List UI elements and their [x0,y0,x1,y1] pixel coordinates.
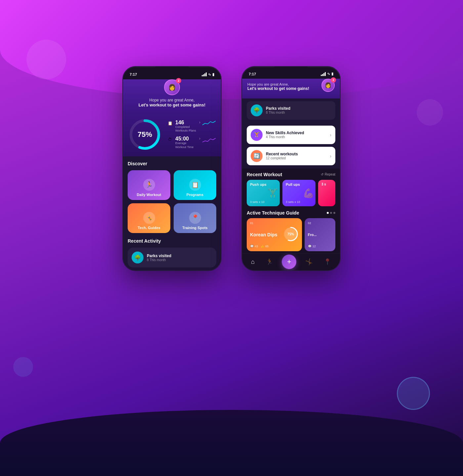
stat-workouts[interactable]: 📋 146 Completed Workouts Plans › [167,120,216,133]
extra-title: 3 s [321,182,332,186]
phone2-header: Hope you are great Anne, Let's workout t… [242,79,340,99]
recent-workouts-title: Recent workouts [266,152,326,156]
extra-card[interactable]: 3 s [318,180,335,206]
home-icon: ⌂ [251,258,255,265]
training-spots-icon: 📍 [189,212,201,224]
time-number: 45:00 [175,136,197,141]
technique-title: Active Technique Guide [247,210,299,216]
phone1-header: 👩 2 Hope you are great Anne, Let's worko… [123,79,221,113]
technique-section: Active Technique Guide 01 Korean Dips [242,208,340,253]
recent-workout-title: Recent Workout [247,172,282,177]
daily-workout-card[interactable]: 🏃 Daily Workout [128,170,170,200]
pullups-figure: 💪 [303,187,314,198]
dot-3 [333,212,335,214]
pushups-card[interactable]: Push ups 3 sets x 10 🏋️ [247,180,280,206]
stat-time[interactable]: ⏱ 45:00 Everage Workout Time › [167,136,216,149]
signal-icon-right [321,72,326,76]
add-icon: + [287,258,291,266]
bg-wave-bottom [0,410,463,476]
nav-stretch[interactable]: 🤸 [303,257,315,267]
greeting-text-left: Hope you are great Anne, [149,98,195,102]
secondary-comments: 💬 12 [308,245,332,248]
greeting-bold-left: Let's workout to get some gains! [139,102,205,107]
activity-card-parks[interactable]: 🌳 Parks visited 8 This month [128,248,216,267]
phone2-greeting-bold: Let's workout to get some gains! [247,86,321,91]
secondary-comment-icon: 💬 [308,245,312,248]
workout-cards: Push ups 3 sets x 10 🏋️ Pull ups 3 sets … [247,180,335,206]
pullups-title: Pull ups [286,182,312,186]
new-skills-info: New Skills Achieved 4 This month [266,131,326,139]
stat-arrow-1: › [199,120,200,125]
new-skills-card[interactable]: 🏋️ New Skills Achieved 4 This month › [247,126,335,144]
dot-1 [327,212,329,214]
training-spots-label: Training Spots [182,226,207,230]
repeat-icon: ↺ [321,173,323,176]
new-skills-icon: 🏋️ [251,129,263,141]
stat-arrow-2: › [199,136,200,141]
stat-chart-1 [202,120,216,127]
new-skills-sub: 4 This month [266,135,326,139]
pullups-card[interactable]: Pull ups 3 sets x 10 💪 [282,180,316,206]
battery-icon: ▮ [212,72,214,77]
phone-right: 7:17 ∿ ▮ Hope you are great Anne, Let's … [241,66,341,271]
technique-dots [327,212,335,214]
activity-info: Parks visited 8 This month [147,254,212,262]
progress-section: 75% Todays WorkoutCompleted 📋 146 Comple… [123,113,221,156]
recent-workout-section: Recent Workout ↺ Repeat Push ups 3 sets … [242,169,340,208]
workouts-number: 146 [175,120,197,125]
secondary-technique-card[interactable]: 02 Fro... 💬 12 [305,218,335,251]
daily-workout-label: Daily Workout [137,193,161,197]
recent-activity-title: Recent Activity [128,238,216,244]
workouts-desc: Completed Workouts Plans [175,125,197,133]
progress-text: 75% [138,130,152,139]
parks-title: Parks visited [147,254,212,258]
nav-fitness[interactable]: 🏃 [263,257,276,267]
repeat-button[interactable]: ↺ Repeat [321,173,335,176]
battery-icon-right: ▮ [331,72,333,76]
training-spots-card[interactable]: 📍 Training Spots [174,203,216,233]
daily-workout-icon: 🏃 [143,179,155,191]
discover-grid: 🏃 Daily Workout 📋 Programs 🤸 Tech. Guide… [128,170,216,233]
progress-percent: 75% [138,130,152,139]
nav-home[interactable]: ⌂ [248,257,257,267]
avatar-container-left: 👩 2 [164,79,180,95]
partial-parks-sub: 8 This month [266,111,331,114]
comment-count: 43 [255,245,258,248]
recent-workouts-card[interactable]: 🔄 Recent workouts 12 completed › [247,147,335,165]
recent-workout-header: Recent Workout ↺ Repeat [247,172,335,177]
nav-add-button[interactable]: + [282,255,296,269]
secondary-name: Fro... [308,233,332,237]
technique-cards: 01 Korean Dips 75% 💬 43 [247,218,335,251]
programs-icon: 📋 [189,179,201,191]
dot-2 [330,212,332,214]
pushups-sub: 3 sets x 10 [250,200,276,204]
tech-guides-label: Tech. Guides [138,226,160,230]
partial-parks-card[interactable]: 🌳 Parks visited 8 This month [247,101,335,120]
programs-card[interactable]: 📋 Programs [174,170,216,200]
recent-workouts-arrow: › [330,153,331,159]
stat-time-content: 45:00 Everage Workout Time [175,136,197,149]
phone2-greeting: Hope you are great Anne, Let's workout t… [247,82,321,91]
like-icon: 👍 [261,245,264,248]
korean-dips-card[interactable]: 01 Korean Dips 75% 💬 43 [247,218,302,251]
stat-chart-2 [202,136,216,143]
phone-notch-left [155,67,189,76]
wifi-icon-right: ∿ [327,72,330,76]
new-skills-arrow: › [330,132,331,138]
parks-subtitle: 8 This month [147,258,212,262]
avatar-container-right: 👩 2 [321,79,335,92]
comments-stat: 💬 43 [250,245,258,248]
parks-icon: 🌳 [132,252,144,263]
nav-location[interactable]: 📍 [321,257,334,267]
new-skills-title: New Skills Achieved [266,131,326,135]
secondary-comment-count: 12 [313,245,316,248]
technique-header: Active Technique Guide [247,210,335,216]
fitness-icon: 🏃 [266,258,273,265]
tech-guides-card[interactable]: 🤸 Tech. Guides [128,203,170,233]
bg-circle-3 [13,357,33,377]
svg-text:75%: 75% [287,232,294,236]
phone-left: 7:17 ∿ ▮ 👩 2 Hope you are great Anne, Le… [122,66,222,271]
programs-label: Programs [187,193,203,197]
workouts-icon: 📋 [167,120,173,127]
recent-workouts-sub: 12 completed [266,156,326,160]
